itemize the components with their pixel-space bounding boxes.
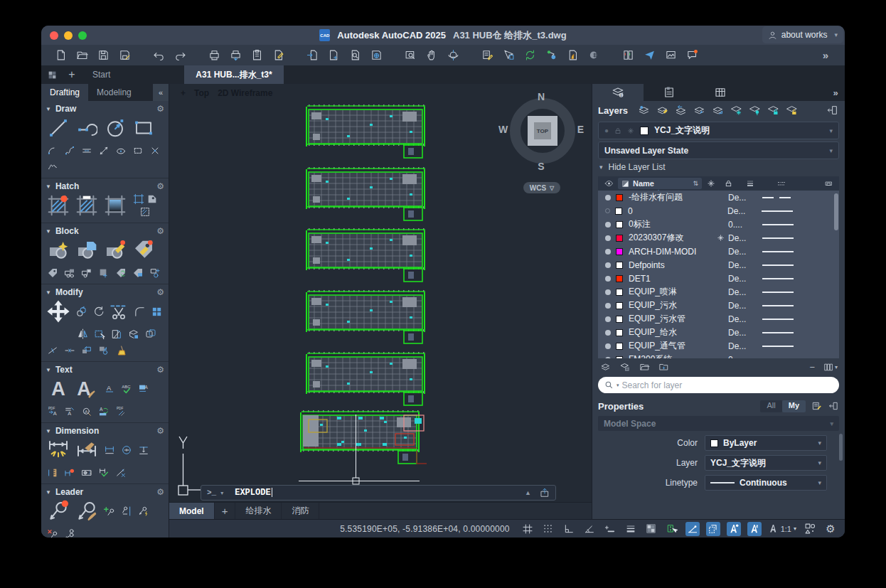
account-menu-button[interactable]: about works ▾	[762, 26, 843, 43]
start-grid-icon[interactable]	[41, 65, 63, 84]
layer-linetype-label[interactable]: De...	[728, 314, 758, 324]
tolerance-tool[interactable]	[146, 193, 158, 205]
layer-color-swatch[interactable]	[616, 302, 623, 309]
layer-off-button[interactable]	[748, 104, 762, 117]
trim-tool[interactable]	[108, 299, 129, 324]
lineweight-column-icon[interactable]	[737, 179, 763, 188]
layer-color-swatch[interactable]	[616, 221, 623, 228]
layer-name[interactable]: -给排水有问题	[629, 191, 712, 203]
orbit-button[interactable]	[444, 47, 462, 64]
single-text-tool[interactable]: A	[102, 383, 117, 396]
move-tool[interactable]	[46, 299, 71, 324]
layer-visibility-dot[interactable]	[605, 343, 611, 349]
auto-annotation-scale-toggle[interactable]	[747, 522, 762, 536]
layer-row[interactable]: 20230307修改 De...	[598, 231, 839, 245]
ordinate-dimension-tool[interactable]	[46, 466, 60, 479]
layer-color-swatch[interactable]	[616, 343, 623, 350]
layer-row[interactable]: EQUIP_给水 De...	[598, 326, 839, 339]
feedback-button[interactable]	[683, 47, 701, 64]
lineweight-display-toggle[interactable]	[624, 522, 638, 536]
undo-button[interactable]	[149, 47, 168, 64]
edit-block-tool[interactable]	[102, 237, 128, 263]
lock-column-icon[interactable]	[720, 179, 736, 188]
layer-visibility-dot[interactable]	[605, 222, 611, 228]
batch-plot-button[interactable]	[226, 47, 245, 64]
revision-cloud-tool[interactable]	[46, 160, 60, 173]
gear-icon[interactable]: ⚙	[156, 226, 164, 236]
freeze-layer-button[interactable]	[730, 104, 743, 117]
hatch-edit-tool[interactable]	[139, 206, 151, 218]
layer-name[interactable]: EQUIP_通气管	[629, 340, 712, 352]
section-collapse-icon[interactable]: ▼	[46, 428, 51, 434]
define-attributes-tool[interactable]	[97, 266, 111, 279]
save-as-button[interactable]	[115, 47, 134, 64]
current-layer-dropdown[interactable]: ● YCJ_文字说明 ▾	[598, 122, 839, 139]
layer-color-swatch[interactable]	[616, 262, 623, 269]
edit-layer-button[interactable]	[656, 104, 669, 117]
layer-visibility-dot[interactable]	[605, 330, 611, 336]
workspace-switching-button[interactable]	[803, 522, 817, 536]
layer-name[interactable]: Defpoints	[629, 260, 712, 270]
pan-button[interactable]	[422, 47, 441, 64]
columns-menu-button[interactable]: ▾	[823, 363, 838, 372]
view-cube-south[interactable]: S	[508, 161, 574, 172]
section-collapse-icon[interactable]: ▼	[46, 489, 51, 496]
layer-color-swatch[interactable]	[616, 289, 623, 296]
block-export-tool[interactable]	[63, 266, 77, 279]
command-line[interactable]: >_ ▾ EXPLODE ▲	[201, 485, 556, 501]
break-tool[interactable]	[46, 343, 60, 357]
fillet-tool[interactable]	[132, 305, 146, 319]
layer-row[interactable]: EQUIP_喷淋 De...	[598, 285, 839, 299]
create-block-tool[interactable]	[74, 237, 100, 263]
view-cube[interactable]: N S W E TOP	[508, 94, 580, 168]
save-to-web-button[interactable]	[367, 47, 385, 64]
shared-views-button[interactable]	[542, 47, 560, 64]
unisolate-layer-button[interactable]	[711, 104, 725, 117]
customization-gear-button[interactable]: ⚙	[823, 522, 838, 536]
layer-name[interactable]: DET1	[629, 274, 712, 284]
search-filter-caret-icon[interactable]: ▾	[617, 383, 619, 388]
minimize-window-button[interactable]	[64, 31, 73, 40]
spline-tool[interactable]	[63, 144, 77, 157]
block-replace-tool[interactable]	[131, 266, 145, 279]
markup-import-button[interactable]	[563, 47, 582, 64]
tab-model[interactable]: Model	[169, 503, 215, 519]
layer-visibility-dot[interactable]	[605, 276, 611, 282]
layer-freeze-icon[interactable]	[712, 234, 728, 242]
tab-modeling[interactable]: Modeling	[88, 84, 140, 101]
layer-visibility-dot[interactable]	[605, 289, 611, 295]
tab-drafting[interactable]: Drafting	[41, 84, 88, 101]
command-input[interactable]: EXPLODE	[235, 488, 272, 498]
layer-name[interactable]: 0	[628, 206, 712, 216]
group-tool[interactable]	[97, 343, 111, 357]
layer-color-swatch[interactable]	[616, 194, 623, 201]
new-layout-button[interactable]: +	[215, 503, 236, 519]
zoom-window-button[interactable]	[78, 31, 87, 40]
block-save-tool[interactable]	[80, 266, 94, 279]
layer-visibility-dot[interactable]	[605, 262, 611, 268]
layer-linetype-label[interactable]: De...	[728, 193, 758, 203]
rotate-tool[interactable]	[91, 305, 105, 319]
drawing-canvas[interactable]: + Top 2D Wireframe	[169, 84, 592, 519]
layer-visibility-dot[interactable]	[605, 316, 611, 322]
layer-name[interactable]: EQUIP_污水	[629, 299, 712, 311]
find-text-button[interactable]	[346, 47, 364, 64]
join-tool[interactable]	[63, 343, 77, 357]
command-share-icon[interactable]	[540, 488, 550, 498]
spell-check-tool[interactable]: ABC	[119, 383, 134, 396]
linear-dimension-tool[interactable]	[102, 444, 117, 457]
tab-start[interactable]: Start	[81, 65, 122, 84]
chevron-down-icon[interactable]: ▾	[220, 490, 223, 496]
freeze-column-icon[interactable]	[703, 179, 719, 188]
layer-row[interactable]: ARCH-DIM-MODI De...	[598, 245, 839, 258]
object-snap-tracking-toggle[interactable]	[706, 522, 720, 536]
hatch-tool[interactable]	[46, 193, 71, 218]
dock-panel-icon[interactable]	[826, 104, 839, 117]
radius-dimension-tool[interactable]	[119, 444, 134, 457]
panel-overflow-button[interactable]: »	[826, 84, 845, 101]
multileader-tool[interactable]	[46, 498, 71, 524]
layer-color-swatch[interactable]	[616, 235, 623, 242]
toolbar-overflow-button[interactable]: »	[816, 47, 835, 64]
mirror-tool[interactable]	[75, 327, 90, 341]
layer-row[interactable]: FM200系统 0....	[598, 353, 839, 358]
